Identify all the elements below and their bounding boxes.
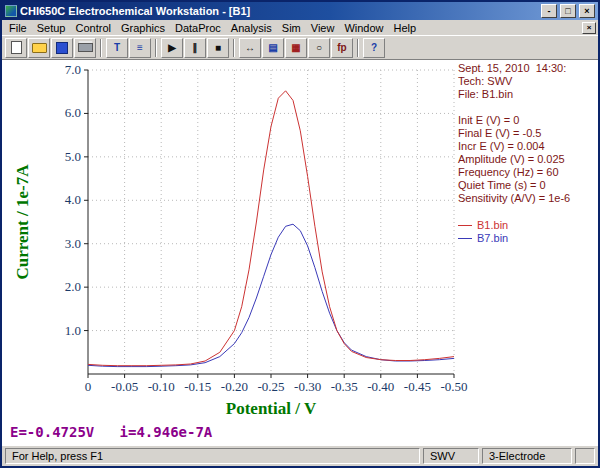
annotation-line: Frequency (Hz) = 60 — [458, 166, 598, 179]
menu-setup[interactable]: Setup — [32, 21, 71, 35]
legend-item: B7.bin — [458, 232, 598, 245]
menubar: FileSetupControlGraphicsDataProcAnalysis… — [2, 20, 598, 36]
legend-label: B7.bin — [477, 232, 508, 245]
toolbar-separator — [357, 39, 359, 57]
menu-help[interactable]: Help — [389, 21, 422, 35]
curve-B1.bin — [88, 91, 454, 366]
legend-label: B1.bin — [477, 219, 508, 232]
stop-icon[interactable]: ■ — [207, 38, 229, 58]
help-icon[interactable]: ? — [363, 38, 385, 58]
svg-text:-0.20: -0.20 — [221, 379, 248, 394]
svg-text:-0.30: -0.30 — [294, 379, 321, 394]
status-technique: SWV — [423, 448, 479, 464]
menu-dataproc[interactable]: DataProc — [170, 21, 226, 35]
annotation-line: Quiet Time (s) = 0 — [458, 179, 598, 192]
annotation-line: Incr E (V) = 0.004 — [458, 140, 598, 153]
zoom-icon[interactable]: ○ — [308, 38, 330, 58]
menu-control[interactable]: Control — [70, 21, 115, 35]
svg-text:7.0: 7.0 — [65, 62, 81, 77]
minimize-button[interactable]: - — [541, 4, 557, 18]
svg-text:5.0: 5.0 — [65, 149, 81, 164]
status-end-panel — [575, 448, 595, 464]
x-axis-title: Potential / V — [226, 399, 317, 418]
print-icon-glyph — [78, 43, 93, 52]
svg-text:-0.50: -0.50 — [440, 379, 467, 394]
annotation-block: Sept. 15, 2010 14:30:Tech: SWVFile: B1.b… — [458, 62, 598, 245]
svg-text:-0.25: -0.25 — [257, 379, 284, 394]
annotation-line: Sensitivity (A/V) = 1e-6 — [458, 192, 598, 205]
cursor-readout: E=-0.4725V i=4.946e-7A — [10, 424, 212, 440]
save-icon-glyph — [56, 42, 68, 54]
parameters-icon[interactable]: ≡ — [129, 38, 151, 58]
svg-text:-0.35: -0.35 — [331, 379, 358, 394]
svg-text:-0.05: -0.05 — [111, 379, 138, 394]
svg-text:-0.10: -0.10 — [148, 379, 175, 394]
menu-file[interactable]: File — [4, 21, 32, 35]
maximize-button[interactable]: □ — [560, 4, 576, 18]
app-icon — [5, 5, 17, 17]
svg-text:6.0: 6.0 — [65, 105, 81, 120]
plot-document: 0-0.05-0.10-0.15-0.20-0.25-0.30-0.35-0.4… — [2, 60, 598, 446]
menu-window[interactable]: Window — [339, 21, 388, 35]
legend: B1.binB7.bin — [458, 219, 598, 245]
peak-find-icon[interactable]: fp — [331, 38, 353, 58]
annotation-line: Tech: SWV — [458, 75, 598, 88]
run-icon[interactable]: ▶ — [161, 38, 183, 58]
toolbar-separator — [233, 39, 235, 57]
new-icon-glyph — [11, 41, 22, 54]
open-icon[interactable] — [28, 38, 50, 58]
save-icon[interactable] — [51, 38, 73, 58]
statusbar: For Help, press F1 SWV 3-Electrode — [2, 446, 598, 466]
annotation-line: Init E (V) = 0 — [458, 114, 598, 127]
y-axis-title: Current / 1e-7A — [13, 164, 32, 280]
technique-icon[interactable]: T — [106, 38, 128, 58]
svg-text:2.0: 2.0 — [65, 279, 81, 294]
svg-text:4.0: 4.0 — [65, 192, 81, 207]
annotation-line — [458, 101, 598, 114]
svg-text:3.0: 3.0 — [65, 236, 81, 251]
annotation-line: File: B1.bin — [458, 88, 598, 101]
titlebar: CHI650C Electrochemical Workstation - [B… — [2, 2, 598, 20]
data-listing-icon[interactable]: ▤ — [262, 38, 284, 58]
toolbar-separator — [155, 39, 157, 57]
new-icon[interactable] — [5, 38, 27, 58]
reverse-icon[interactable]: ↔ — [239, 38, 261, 58]
svg-text:1.0: 1.0 — [65, 323, 81, 338]
menu-view[interactable]: View — [306, 21, 340, 35]
status-electrode-mode: 3-Electrode — [482, 448, 572, 464]
print-icon[interactable] — [74, 38, 96, 58]
menu-sim[interactable]: Sim — [277, 21, 306, 35]
legend-item: B1.bin — [458, 219, 598, 232]
close-button[interactable]: × — [579, 4, 595, 18]
svg-text:-0.45: -0.45 — [404, 379, 431, 394]
annotation-line: Amplitude (V) = 0.025 — [458, 153, 598, 166]
annotation-line: Sept. 15, 2010 14:30: — [458, 62, 598, 75]
annotation-line: Final E (V) = -0.5 — [458, 127, 598, 140]
toolbar-separator — [100, 39, 102, 57]
overlay-icon[interactable]: ▦ — [285, 38, 307, 58]
pause-icon[interactable]: ∥ — [184, 38, 206, 58]
legend-swatch — [458, 225, 472, 226]
svg-text:-0.40: -0.40 — [367, 379, 394, 394]
menu-analysis[interactable]: Analysis — [226, 21, 277, 35]
legend-swatch — [458, 238, 472, 239]
menu-graphics[interactable]: Graphics — [116, 21, 170, 35]
mdi-close-button[interactable]: × — [582, 22, 596, 34]
svg-text:0: 0 — [85, 379, 92, 394]
annotation-lines: Sept. 15, 2010 14:30:Tech: SWVFile: B1.b… — [458, 62, 598, 205]
app-window: CHI650C Electrochemical Workstation - [B… — [0, 0, 600, 468]
open-icon-glyph — [32, 43, 47, 53]
curve-B7.bin — [88, 224, 454, 366]
svg-text:-0.15: -0.15 — [184, 379, 211, 394]
toolbar: T≡▶∥■↔▤▦○fp? — [2, 36, 598, 60]
status-help-text: For Help, press F1 — [5, 448, 420, 464]
window-title: CHI650C Electrochemical Workstation - [B… — [20, 5, 538, 17]
